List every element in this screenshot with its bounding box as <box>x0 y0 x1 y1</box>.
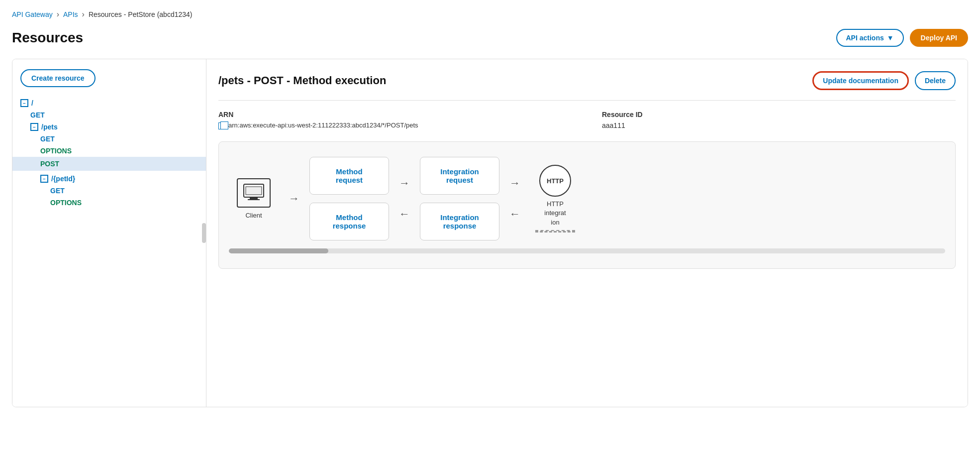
horizontal-scrollbar[interactable] <box>229 248 945 253</box>
method-request-link[interactable]: Methodrequest <box>336 167 363 184</box>
method-get-root: GET <box>30 111 45 119</box>
method-options-pets: OPTIONS <box>40 147 72 155</box>
sidebar: Create resource − / GET − /pets <box>12 59 206 407</box>
http-integration-label: HTTPintegration <box>544 200 566 227</box>
resource-id-label: Resource ID <box>602 111 956 118</box>
resource-id-value: aaa111 <box>602 121 956 129</box>
content-header: /pets - POST - Method execution Update d… <box>218 71 956 101</box>
method-post-pets: POST <box>40 160 59 168</box>
arrow-integration-req-to-http: → <box>509 177 520 190</box>
tree-item-petid-get[interactable]: GET <box>20 185 198 197</box>
resize-handle[interactable] <box>202 223 206 243</box>
breadcrumb: API Gateway › APIs › Resources - PetStor… <box>12 10 968 19</box>
update-documentation-button[interactable]: Update documentation <box>812 71 909 90</box>
tree-item-pets-get[interactable]: GET <box>20 133 198 145</box>
arrow-http-to-integration-resp: ← <box>509 208 520 221</box>
tree-item-petid[interactable]: − /{petId} <box>20 173 198 185</box>
arrow-client-to-method-req: → <box>289 192 299 205</box>
root-resource-label: / <box>31 99 33 107</box>
scroll-thumb <box>229 248 328 253</box>
pets-resource-label: /pets <box>41 123 58 131</box>
client-label: Client <box>245 212 262 219</box>
main-layout: Create resource − / GET − /pets <box>12 59 968 407</box>
tree-item-petid-options[interactable]: OPTIONS <box>20 197 198 209</box>
arrow-method-req-to-integration-req: → <box>399 177 410 190</box>
content-area: /pets - POST - Method execution Update d… <box>206 59 968 407</box>
integration-request-link[interactable]: Integrationrequest <box>440 167 479 184</box>
execution-diagram: Client → Methodrequest Methodresponse <box>218 141 956 269</box>
client-box: Client <box>229 178 279 219</box>
tree-item-pets-post[interactable]: POST <box>12 157 206 171</box>
create-resource-button[interactable]: Create resource <box>20 69 96 87</box>
breadcrumb-current: Resources - PetStore (abcd1234) <box>89 10 193 18</box>
integration-response-link[interactable]: Integrationresponse <box>440 213 479 230</box>
dropdown-arrow-icon: ▼ <box>887 34 894 42</box>
arrow-integration-resp-to-method-resp: ← <box>399 208 410 221</box>
tree-item-pets[interactable]: − /pets <box>20 121 198 133</box>
deploy-api-button[interactable]: Deploy API <box>910 29 968 47</box>
page-header: Resources API actions ▼ Deploy API <box>12 29 968 47</box>
svg-rect-2 <box>248 199 260 200</box>
tree-item-pets-options[interactable]: OPTIONS <box>20 145 198 157</box>
monitor-icon <box>237 178 271 208</box>
arn-text: arn:aws:execute-api:us-west-2:111222333:… <box>228 121 418 129</box>
resource-tree: − / GET − /pets GET OPTIONS <box>20 97 198 209</box>
method-response-link[interactable]: Methodresponse <box>333 213 366 230</box>
integration-response-box[interactable]: Integrationresponse <box>420 203 499 240</box>
api-actions-button[interactable]: API actions ▼ <box>836 29 904 47</box>
http-label: HTTP <box>547 177 564 185</box>
page-title: Resources <box>12 30 83 46</box>
method-request-box[interactable]: Methodrequest <box>309 157 389 195</box>
resource-id-block: Resource ID aaa111 <box>602 111 956 129</box>
right-arrows: → ← <box>503 177 526 221</box>
method-boxes: Methodrequest Methodresponse <box>309 157 389 240</box>
arn-section: ARN arn:aws:execute-api:us-west-2:111222… <box>218 111 956 129</box>
integration-request-box[interactable]: Integrationrequest <box>420 157 499 195</box>
arn-value: arn:aws:execute-api:us-west-2:111222333:… <box>218 121 572 129</box>
arn-label: ARN <box>218 111 572 118</box>
collapse-icon-root: − <box>20 99 28 107</box>
delete-button[interactable]: Delete <box>915 71 956 90</box>
header-actions: API actions ▼ Deploy API <box>836 29 969 47</box>
http-circle: HTTP <box>539 165 571 197</box>
content-header-actions: Update documentation Delete <box>812 71 956 90</box>
collapse-icon-petid: − <box>40 175 48 183</box>
petid-resource-label: /{petId} <box>51 175 75 183</box>
breadcrumb-api-gateway[interactable]: API Gateway <box>12 10 53 18</box>
breadcrumb-apis[interactable]: APIs <box>63 10 78 18</box>
copy-icon[interactable] <box>218 122 225 129</box>
method-get-petid: GET <box>50 187 65 195</box>
arn-block: ARN arn:aws:execute-api:us-west-2:111222… <box>218 111 572 129</box>
tree-item-get-root[interactable]: GET <box>20 109 198 121</box>
svg-rect-3 <box>246 187 262 195</box>
method-get-pets: GET <box>40 135 55 143</box>
middle-arrows: → ← <box>393 177 416 221</box>
http-box: HTTP HTTPintegration <box>530 165 580 233</box>
integration-boxes: Integrationrequest Integrationresponse <box>420 157 499 240</box>
collapse-icon-pets: − <box>30 123 38 131</box>
method-response-box[interactable]: Methodresponse <box>309 203 389 240</box>
svg-rect-1 <box>250 197 258 199</box>
tree-item-root[interactable]: − / <box>20 97 198 109</box>
method-options-petid: OPTIONS <box>50 199 82 207</box>
method-execution-title: /pets - POST - Method execution <box>218 74 386 87</box>
